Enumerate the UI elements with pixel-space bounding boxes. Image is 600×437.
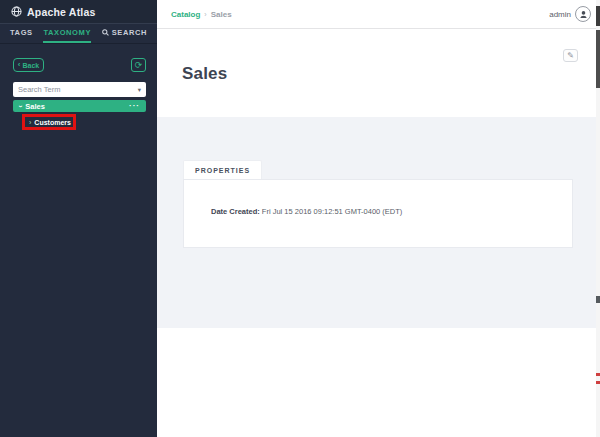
tab-taxonomy[interactable]: TAXONOMY: [43, 24, 91, 43]
tree-item-sales[interactable]: › Sales ···: [13, 100, 146, 112]
atlas-globe-icon: [11, 6, 22, 17]
app-title: Apache Atlas: [27, 6, 96, 18]
chevron-down-icon: ›: [17, 105, 24, 107]
tab-properties-label: PROPERTIES: [195, 167, 250, 174]
tab-tags-label: TAGS: [10, 28, 33, 37]
chevron-left-icon: ‹: [18, 61, 21, 69]
scrollbar-thumb[interactable]: [596, 30, 600, 88]
properties-panel: Date Created: Fri Jul 15 2016 09:12:51 G…: [183, 179, 573, 248]
user-menu[interactable]: admin: [549, 6, 591, 22]
tab-tags[interactable]: TAGS: [10, 24, 33, 43]
tab-properties[interactable]: PROPERTIES: [183, 160, 262, 180]
scrollbar-red-mark: [596, 381, 600, 384]
tab-search[interactable]: SEARCH: [102, 24, 147, 43]
date-created-label: Date Created:: [211, 207, 260, 216]
search-term-input[interactable]: Search Term ▾: [13, 82, 146, 97]
pencil-icon: ✎: [567, 52, 574, 60]
scrollbar-mark: [596, 296, 600, 303]
tab-taxonomy-label: TAXONOMY: [43, 28, 91, 37]
tree-item-customers-label: Customers: [34, 119, 71, 126]
avatar[interactable]: [575, 6, 591, 22]
refresh-button[interactable]: ⟳: [131, 58, 146, 72]
search-icon: [102, 29, 109, 36]
sidebar: Apache Atlas TAGS TAXONOMY SEARCH ‹: [0, 0, 157, 437]
details-section: PROPERTIES Date Created: Fri Jul 15 2016…: [157, 117, 600, 328]
annotation-highlight-box: › Customers: [22, 114, 76, 130]
top-header-bar: Catalog › Sales admin: [157, 0, 600, 29]
back-button-label: Back: [22, 62, 39, 69]
user-name: admin: [549, 10, 571, 19]
scrollbar[interactable]: [596, 0, 600, 437]
tab-search-label: SEARCH: [112, 28, 147, 37]
back-button[interactable]: ‹ Back: [13, 58, 44, 72]
breadcrumb: Catalog › Sales: [171, 10, 232, 19]
breadcrumb-current: Sales: [211, 10, 232, 19]
tree-item-sales-label: Sales: [25, 102, 45, 111]
refresh-icon: ⟳: [135, 61, 143, 70]
breadcrumb-separator-icon: ›: [204, 11, 206, 18]
user-icon: [579, 10, 588, 19]
search-term-placeholder: Search Term: [18, 85, 60, 94]
chevron-right-icon: ›: [29, 119, 31, 126]
sidebar-header: Apache Atlas: [0, 0, 157, 24]
apache-atlas-window: Apache Atlas TAGS TAXONOMY SEARCH ‹: [0, 0, 600, 437]
page-title: Sales: [182, 64, 227, 84]
tree-item-customers[interactable]: › Customers: [25, 117, 73, 127]
main-content: Catalog › Sales admin ✎ Sales PROPERTIES: [157, 0, 600, 437]
sidebar-tab-bar: TAGS TAXONOMY SEARCH: [0, 24, 157, 44]
date-created-row: Date Created: Fri Jul 15 2016 09:12:51 G…: [211, 207, 402, 216]
scrollbar-red-mark: [596, 373, 600, 376]
edit-button[interactable]: ✎: [563, 49, 578, 62]
dropdown-caret-icon: ▾: [138, 86, 141, 94]
date-created-value: Fri Jul 15 2016 09:12:51 GMT-0400 (EDT): [262, 207, 402, 216]
breadcrumb-catalog-link[interactable]: Catalog: [171, 10, 200, 19]
scrollbar-mark: [596, 6, 600, 26]
